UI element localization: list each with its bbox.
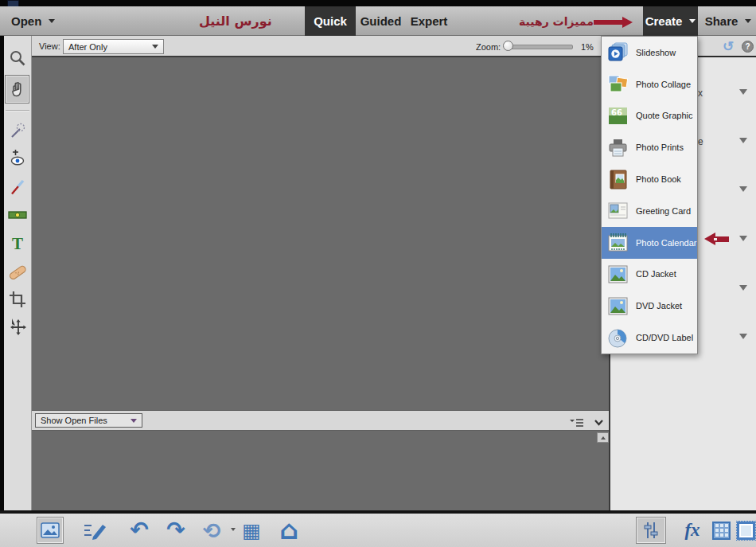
zoom-value: 1% — [581, 42, 594, 52]
tab-expert[interactable]: Expert — [406, 6, 452, 36]
menu-item-quote-graphic[interactable]: 66 Quote Graphic — [602, 100, 697, 132]
create-button[interactable]: Create — [643, 6, 698, 36]
crop-icon — [8, 290, 27, 309]
section-chevron-icon[interactable] — [739, 236, 747, 245]
arabic-note-left: نورس النيل — [199, 6, 272, 36]
hand-icon — [8, 80, 27, 99]
adjustments-button[interactable] — [636, 517, 666, 544]
photo-bin-content[interactable] — [32, 431, 609, 510]
frames-icon — [737, 522, 755, 540]
undo-button[interactable]: ↶ — [126, 518, 153, 543]
photo-bin-bar: Show Open Files — [32, 410, 609, 431]
reset-panel-button[interactable]: ↺ — [723, 40, 734, 54]
open-button-label: Open — [11, 14, 41, 28]
red-eye-removal-tool[interactable] — [6, 147, 29, 170]
menu-item-greeting-card[interactable]: Greeting Card — [602, 195, 697, 227]
adjustments-sliders-icon — [642, 521, 660, 540]
quick-selection-tool[interactable] — [6, 119, 29, 142]
create-dropdown-menu: Slideshow Photo Collage 66 Quote Graphic… — [601, 36, 698, 354]
menu-item-photo-prints[interactable]: Photo Prints — [602, 131, 697, 163]
section-chevron-icon[interactable] — [739, 334, 747, 343]
layout-button[interactable]: ▦ — [239, 518, 264, 542]
view-label: View: — [39, 41, 60, 51]
calendar-annotation-arrow-icon — [698, 232, 729, 245]
collapse-bin-chevron-icon[interactable] — [594, 416, 604, 431]
hand-tool[interactable] — [5, 75, 29, 104]
menu-item-photo-calendar[interactable]: Photo Calendar — [602, 227, 697, 259]
organizer-button[interactable]: ⌂ — [275, 516, 302, 543]
zoom-slider-thumb[interactable] — [503, 41, 513, 51]
chevron-down-icon — [152, 45, 158, 52]
whiten-teeth-tool[interactable] — [6, 176, 29, 198]
tool-options-button[interactable] — [81, 520, 108, 541]
cd-jacket-icon — [607, 264, 629, 285]
menu-item-dvd-jacket[interactable]: DVD Jacket — [602, 290, 697, 322]
spot-healing-brush-tool[interactable] — [6, 261, 29, 283]
share-button[interactable]: Share — [703, 6, 753, 36]
chevron-down-icon — [49, 19, 55, 26]
bin-scroll-up-button[interactable] — [597, 432, 609, 443]
tab-guided[interactable]: Guided — [356, 6, 406, 36]
create-button-label: Create — [645, 14, 683, 28]
effects-button[interactable]: fx — [678, 518, 707, 542]
reset-icon: ↺ — [723, 39, 734, 54]
photo-bin-button[interactable] — [37, 517, 64, 544]
redo-button[interactable]: ↷ — [162, 518, 189, 543]
section-chevron-icon[interactable] — [739, 138, 747, 147]
rotate-options-chevron-icon[interactable] — [231, 528, 236, 533]
type-tool[interactable]: T — [6, 232, 29, 255]
zoom-slider-track[interactable] — [508, 45, 573, 49]
textures-icon — [712, 522, 731, 540]
cd-dvd-label-icon — [607, 327, 629, 349]
menu-item-slideshow[interactable]: Slideshow — [602, 37, 697, 68]
menu-item-photo-collage[interactable]: Photo Collage — [602, 68, 697, 100]
section-chevron-icon[interactable] — [739, 285, 747, 295]
photoshop-elements-window: Open نورس النيل Quick Guided Expert مميز… — [0, 0, 756, 547]
share-button-label: Share — [705, 14, 738, 28]
menu-item-cd-jacket[interactable]: CD Jacket — [602, 259, 697, 291]
view-mode-value: After Only — [68, 42, 107, 52]
photo-book-icon — [607, 169, 629, 190]
partial-section-label: e — [698, 136, 703, 147]
open-button[interactable]: Open — [11, 6, 55, 36]
tool-options-icon — [83, 521, 107, 540]
magnifier-icon — [8, 49, 27, 68]
section-chevron-icon[interactable] — [739, 89, 747, 99]
partial-section-label: x — [698, 88, 703, 99]
straighten-tool[interactable] — [6, 204, 29, 226]
menu-item-cd-dvd-label[interactable]: CD/DVD Label — [602, 322, 697, 354]
top-navbar: Open نورس النيل Quick Guided Expert مميز… — [0, 6, 756, 36]
tab-quick[interactable]: Quick — [305, 6, 356, 36]
textures-button[interactable] — [711, 520, 731, 541]
arabic-note-right: مميزات رهيبة — [519, 6, 594, 36]
move-tool[interactable] — [6, 315, 29, 338]
photo-calendar-icon — [607, 232, 629, 253]
dvd-jacket-icon — [607, 295, 629, 317]
greeting-card-icon — [607, 200, 629, 221]
rotate-icon: ⟲ — [203, 520, 221, 541]
slideshow-icon — [607, 41, 629, 63]
move-cross-icon — [8, 317, 27, 336]
crop-tool[interactable] — [6, 288, 29, 311]
bin-options-menu-icon[interactable] — [570, 416, 584, 431]
view-options-bar: View: After Only Zoom: 1% — [32, 36, 609, 57]
view-mode-dropdown[interactable]: After Only — [63, 39, 164, 54]
create-annotation-arrow-icon — [594, 17, 638, 28]
help-button[interactable]: ? — [742, 41, 754, 53]
bottom-taskbar: ↶ ↷ ⟲ ▦ ⌂ fx — [0, 514, 756, 547]
photo-prints-icon — [607, 137, 629, 158]
rotate-button[interactable]: ⟲ — [197, 518, 226, 543]
layout-grid-icon: ▦ — [242, 521, 261, 541]
zoom-label: Zoom: — [476, 42, 501, 52]
tool-column: T — [4, 36, 32, 514]
undo-icon: ↶ — [130, 519, 148, 541]
photo-collage-icon — [607, 73, 629, 95]
level-icon — [7, 205, 28, 225]
section-chevron-icon[interactable] — [739, 186, 747, 196]
show-open-files-dropdown[interactable]: Show Open Files — [35, 413, 142, 428]
menu-item-photo-book[interactable]: Photo Book — [602, 163, 697, 195]
svg-text:66: 66 — [611, 108, 622, 117]
frames-button[interactable] — [735, 520, 756, 541]
image-canvas[interactable] — [32, 57, 609, 410]
zoom-tool[interactable] — [6, 47, 29, 69]
